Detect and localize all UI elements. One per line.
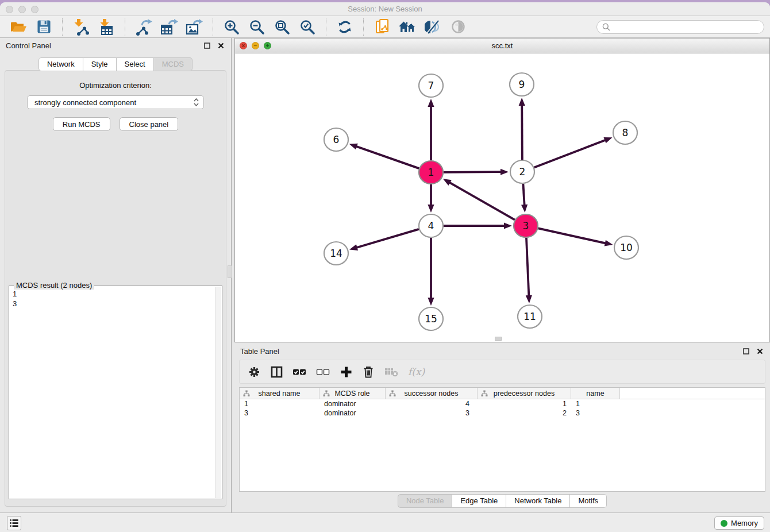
graph-node-label: 14 xyxy=(330,248,342,259)
column-header-shared-name[interactable]: shared name xyxy=(240,388,319,399)
float-table-panel-button[interactable] xyxy=(742,347,750,356)
task-history-button[interactable] xyxy=(7,516,21,530)
tab-node-table[interactable]: Node Table xyxy=(398,494,453,508)
cell-successor-nodes[interactable]: 4 xyxy=(386,400,478,408)
tab-network-table[interactable]: Network Table xyxy=(506,494,570,508)
network-splitter-handle[interactable] xyxy=(495,337,502,341)
column-label: MCDS role xyxy=(334,390,369,398)
memory-button[interactable]: Memory xyxy=(714,516,764,530)
hide-selected-button[interactable] xyxy=(422,17,443,37)
graph-edge[interactable] xyxy=(522,105,522,160)
unselect-all-columns-button[interactable] xyxy=(316,364,330,379)
criterion-dropdown[interactable]: strongly connected component xyxy=(27,95,204,109)
column-header-mcds-role[interactable]: MCDS role xyxy=(319,388,386,399)
export-image-button[interactable] xyxy=(184,17,205,37)
search-input[interactable] xyxy=(614,22,759,31)
table-panel-header: Table Panel xyxy=(234,344,770,358)
cell-successor-nodes[interactable]: 3 xyxy=(386,409,478,417)
tab-mcds[interactable]: MCDS xyxy=(154,57,192,71)
dock-splitter-handle[interactable] xyxy=(228,265,232,278)
mcds-panel-body: Optimization criterion: strongly connect… xyxy=(5,70,226,507)
close-panel-action-button[interactable]: Close panel xyxy=(120,117,179,131)
graph-edge-arrowhead xyxy=(526,295,532,303)
refresh-icon xyxy=(337,20,352,34)
toolbar-separator xyxy=(326,18,326,36)
run-mcds-button[interactable]: Run MCDS xyxy=(53,117,110,131)
graph-node-label: 11 xyxy=(523,311,536,322)
cell-predecessor-nodes[interactable]: 1 xyxy=(478,400,571,408)
cell-shared-name[interactable]: 3 xyxy=(240,409,319,417)
graph-edge[interactable] xyxy=(356,146,419,168)
graph-edge[interactable] xyxy=(356,229,419,248)
first-neighbors-button[interactable] xyxy=(397,17,418,37)
float-icon xyxy=(204,43,210,49)
zoom-in-icon xyxy=(224,19,240,35)
memory-status-dot xyxy=(721,520,727,527)
tab-motifs[interactable]: Motifs xyxy=(570,494,607,508)
column-header-predecessor-nodes[interactable]: predecessor nodes xyxy=(478,388,571,399)
column-header-successor-nodes[interactable]: successor nodes xyxy=(386,388,478,399)
graph-node-label: 6 xyxy=(333,134,340,145)
save-session-button[interactable] xyxy=(33,17,54,37)
float-panel-button[interactable] xyxy=(203,41,211,50)
node-table[interactable]: shared name MCDS role successor nodes pr… xyxy=(239,387,765,492)
graph-edge[interactable] xyxy=(444,172,502,172)
mcds-result-text[interactable]: 1 3 xyxy=(13,287,214,498)
zoom-selected-button[interactable] xyxy=(297,17,318,37)
graph-edge[interactable] xyxy=(534,140,606,167)
result-scrollbar[interactable] xyxy=(215,287,221,498)
delete-columns-button[interactable] xyxy=(362,364,375,379)
result-line: 1 xyxy=(13,289,214,299)
graph-edge[interactable] xyxy=(538,228,606,243)
tab-style[interactable]: Style xyxy=(83,57,117,71)
search-field[interactable] xyxy=(596,20,764,34)
network-window-titlebar: × − + scc.txt xyxy=(235,38,769,53)
column-header-name[interactable]: name xyxy=(571,388,620,399)
cell-shared-name[interactable]: 1 xyxy=(240,400,319,408)
table-row[interactable]: 3 dominator 3 2 3 xyxy=(240,408,765,418)
column-label: successor nodes xyxy=(405,390,459,398)
function-builder-button[interactable]: f(x) xyxy=(408,364,425,379)
graph-edge[interactable] xyxy=(449,182,514,220)
graph-edge-arrowhead xyxy=(603,137,612,143)
close-table-panel-button[interactable] xyxy=(756,347,764,356)
graph-edge[interactable] xyxy=(523,184,524,206)
zoom-out-button[interactable] xyxy=(247,17,267,37)
network-graph-canvas[interactable]: 7968124314101511 xyxy=(235,53,769,342)
tab-network[interactable]: Network xyxy=(38,57,83,71)
open-session-button[interactable] xyxy=(8,17,29,37)
cell-name[interactable]: 3 xyxy=(571,409,620,417)
cell-mcds-role[interactable]: dominator xyxy=(319,400,386,408)
checked-boxes-icon xyxy=(292,366,306,378)
zoom-in-button[interactable] xyxy=(221,17,242,37)
create-column-button[interactable] xyxy=(340,364,352,379)
network-view-window: × − + scc.txt 7968124314101511 xyxy=(234,38,770,342)
import-table-button[interactable] xyxy=(96,17,117,37)
mcds-result-group: MCDS result (2 nodes) 1 3 xyxy=(9,286,222,499)
graph-node-label: 8 xyxy=(622,127,629,138)
table-row[interactable]: 1 dominator 4 1 1 xyxy=(240,399,765,408)
tab-edge-table[interactable]: Edge Table xyxy=(452,494,506,508)
gear-icon xyxy=(248,366,260,378)
clone-network-button[interactable] xyxy=(372,17,392,37)
graph-edge[interactable] xyxy=(526,238,529,296)
graph-node-label: 4 xyxy=(428,220,434,232)
show-all-button[interactable] xyxy=(448,17,468,37)
show-columns-button[interactable] xyxy=(270,364,283,379)
cell-name[interactable]: 1 xyxy=(571,400,620,408)
import-network-button[interactable] xyxy=(71,17,91,37)
delete-table-button[interactable] xyxy=(384,364,398,379)
window-titlebar: Session: New Session xyxy=(0,2,770,16)
export-table-button[interactable] xyxy=(159,17,179,37)
tab-select[interactable]: Select xyxy=(117,57,154,71)
select-all-columns-button[interactable] xyxy=(292,364,306,379)
close-panel-button[interactable] xyxy=(217,41,225,50)
table-settings-button[interactable] xyxy=(248,364,260,379)
export-network-button[interactable] xyxy=(133,17,154,37)
main-window: Session: New Session xyxy=(0,2,770,532)
apply-layout-button[interactable] xyxy=(334,17,355,37)
cell-mcds-role[interactable]: dominator xyxy=(319,409,386,417)
cell-predecessor-nodes[interactable]: 2 xyxy=(478,409,571,417)
graph-node-label: 2 xyxy=(519,166,526,178)
zoom-fit-button[interactable] xyxy=(272,17,292,37)
